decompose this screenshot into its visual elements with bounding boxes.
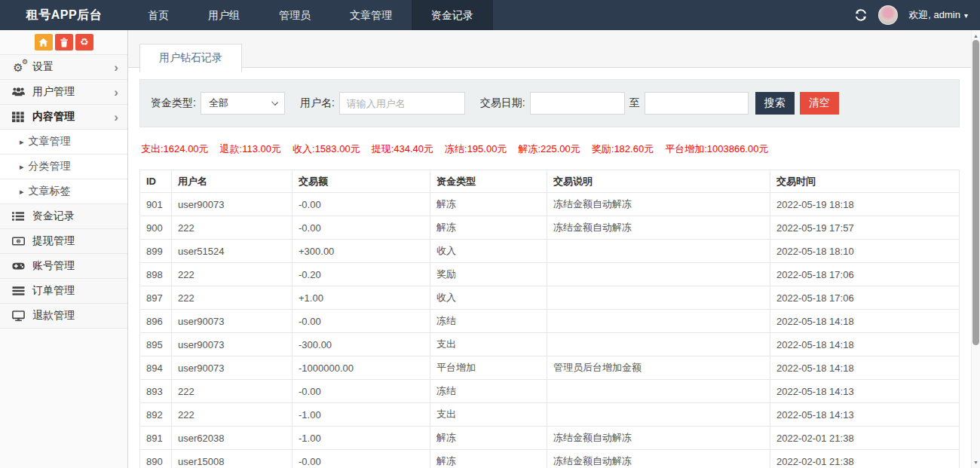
table-row: 894user90073-1000000.00平台增加管理员后台增加金额2022… [140, 356, 960, 380]
sidebar-item[interactable]: ▸文章标签 [0, 179, 127, 204]
user-avatar[interactable] [878, 5, 898, 25]
table-cell: 896 [140, 310, 172, 333]
table-cell: 收入 [430, 286, 547, 310]
tab-user-diamond-records[interactable]: 用户钻石记录 [139, 44, 242, 72]
refresh-icon[interactable] [854, 8, 868, 22]
sidebar-item[interactable]: 资金记录 [0, 204, 127, 229]
nav-item[interactable]: 用户组 [188, 0, 259, 30]
chevron-right-icon: › [114, 61, 118, 74]
table-cell: 2022-05-18 14:13 [770, 380, 960, 403]
home-button[interactable] [35, 34, 53, 50]
stat-item: 支出:1624.00元 [141, 142, 209, 156]
fund-type-selected-value: 全部 [209, 96, 228, 110]
vertical-scrollbar[interactable]: ▲ ▼ [971, 30, 980, 468]
table-cell: 奖励 [430, 263, 547, 286]
fund-type-label: 资金类型: [151, 96, 196, 110]
date-from-input[interactable] [530, 92, 625, 115]
nav-item[interactable]: 首页 [128, 0, 188, 30]
table-cell: 2022-05-18 14:18 [770, 356, 960, 380]
column-header: 资金类型 [430, 170, 547, 193]
column-header: 交易时间 [770, 170, 960, 193]
table-cell: user90073 [172, 193, 292, 216]
fund-type-select[interactable]: 全部 [201, 92, 285, 115]
table-row: 901user90073-0.00解冻冻结金额自动解冻2022-05-19 18… [140, 193, 960, 216]
column-header: ID [140, 170, 172, 193]
table-cell: 893 [140, 380, 172, 403]
sidebar-item-label: 内容管理 [32, 110, 114, 124]
stat-item: 平台增加:1003866.00元 [665, 142, 768, 156]
sidebar-item[interactable]: 0提现管理 [0, 229, 127, 254]
column-header: 用户名 [172, 170, 292, 193]
sidebar-item[interactable]: 账号管理 [0, 254, 127, 279]
clear-button[interactable]: 清空 [800, 92, 839, 115]
sidebar-item[interactable]: ⚙⚙设置› [0, 55, 127, 80]
table-cell: +1.00 [292, 286, 430, 310]
gears-icon: ⚙⚙ [10, 62, 26, 73]
table-cell: 2022-02-01 21:38 [770, 427, 960, 450]
sidebar-item[interactable]: 订单管理 [0, 279, 127, 304]
table-cell: 解冻 [430, 427, 547, 450]
table-cell: 890 [140, 450, 172, 468]
table-cell [547, 380, 770, 403]
stat-item: 冻结:195.00元 [445, 142, 507, 156]
sidebar-item[interactable]: 内容管理› [0, 105, 127, 130]
sidebar-item-label: 用户管理 [32, 85, 114, 99]
trash-button[interactable] [55, 34, 73, 50]
nav-item[interactable]: 文章管理 [330, 0, 412, 30]
table-cell: 冻结金额自动解冻 [547, 450, 770, 468]
table-cell: 2022-05-18 17:06 [770, 286, 960, 310]
main-panel: 用户钻石记录 资金类型: 全部 用户名: 交易日期: 至 搜索 清空 支出:16… [128, 30, 971, 468]
table-cell: 解冻 [430, 450, 547, 468]
table-cell: -0.00 [292, 380, 430, 403]
grid-icon [10, 111, 26, 123]
sidebar-item[interactable]: 用户管理› [0, 80, 127, 105]
table-cell: 冻结金额自动解冻 [547, 193, 770, 216]
table-cell: 2022-05-18 18:10 [770, 240, 960, 263]
list-icon [10, 210, 26, 222]
sidebar-item[interactable]: ▸分类管理 [0, 154, 127, 179]
sidebar-item[interactable]: ▸文章管理 [0, 130, 127, 154]
table-cell: 解冻 [430, 193, 547, 216]
stat-item: 收入:1583.00元 [292, 142, 360, 156]
table-cell: 2022-05-19 17:57 [770, 216, 960, 240]
nav-item[interactable]: 资金记录 [412, 0, 493, 30]
table-cell: -300.00 [292, 333, 430, 356]
tab-strip: 用户钻石记录 [128, 30, 971, 68]
search-button[interactable]: 搜索 [755, 92, 795, 115]
navbar-menu: 首页用户组管理员文章管理资金记录 [128, 0, 493, 30]
user-dropdown[interactable]: 欢迎, admin ▾ [908, 8, 968, 22]
sidebar-item-label: 资金记录 [32, 210, 118, 223]
table-row: 899user51524+300.00收入2022-05-18 18:10 [140, 240, 960, 263]
table-row: 897222+1.00收入2022-05-18 17:06 [140, 286, 960, 310]
home-icon [38, 38, 48, 47]
table-cell: -1.00 [292, 403, 430, 427]
table-row: 890user15008-0.00解冻冻结金额自动解冻2022-02-01 21… [140, 450, 960, 468]
nav-item[interactable]: 管理员 [259, 0, 330, 30]
table-row: 896user90073-0.00冻结2022-05-18 14:18 [140, 310, 960, 333]
table-cell: -0.20 [292, 263, 430, 286]
navbar-right: 欢迎, admin ▾ [854, 0, 968, 30]
sidebar-item-label: 分类管理 [29, 160, 118, 173]
recycle-button[interactable]: ♻ [75, 34, 93, 50]
table-cell: 支出 [430, 403, 547, 427]
table-cell: 222 [172, 216, 292, 240]
welcome-text: 欢迎, admin [908, 8, 960, 22]
sidebar-item[interactable]: 退款管理 [0, 304, 127, 329]
recycle-icon: ♻ [80, 37, 89, 47]
table-cell: 898 [140, 263, 172, 286]
banknote-icon: 0 [10, 235, 26, 247]
table-cell [547, 333, 770, 356]
username-input[interactable] [339, 92, 465, 115]
sidebar-item-label: 账号管理 [32, 259, 118, 273]
table-cell: 收入 [430, 240, 547, 263]
date-to-input[interactable] [645, 92, 749, 115]
table-cell: -0.00 [292, 450, 430, 468]
scroll-down-arrow-icon[interactable]: ▼ [972, 457, 980, 466]
table-cell: 222 [172, 380, 292, 403]
trash-icon [60, 38, 69, 47]
scroll-up-arrow-icon[interactable]: ▲ [972, 31, 980, 40]
scrollbar-thumb[interactable] [972, 40, 979, 345]
chevron-right-icon: › [114, 86, 118, 99]
sidebar: ♻ ⚙⚙设置›用户管理›内容管理›▸文章管理▸分类管理▸文章标签资金记录0提现管… [0, 30, 128, 468]
sub-item-arrow-icon: ▸ [20, 162, 24, 172]
